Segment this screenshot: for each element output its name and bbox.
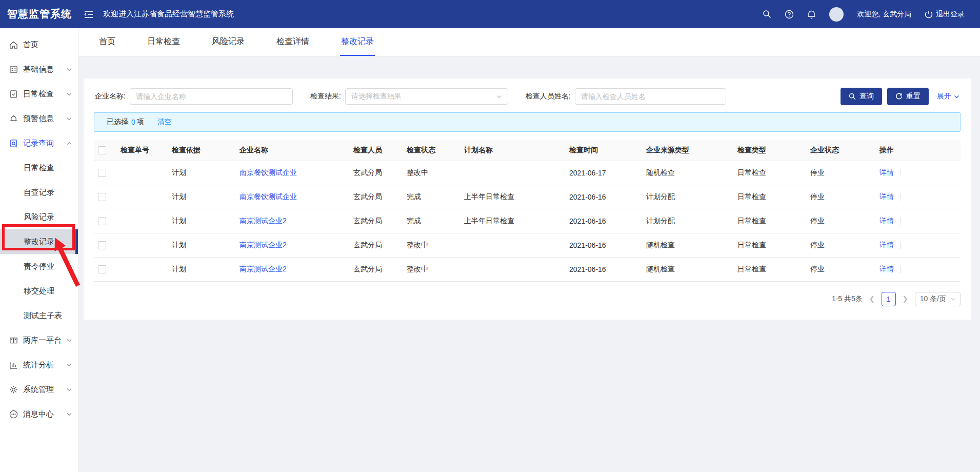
row-checkbox[interactable] bbox=[98, 241, 106, 249]
cell-basis: 计划 bbox=[168, 257, 235, 281]
company-link[interactable]: 南京餐饮测试企业 bbox=[239, 168, 297, 176]
cell-inspector: 玄武分局 bbox=[349, 233, 403, 257]
row-checkbox[interactable] bbox=[98, 169, 106, 177]
col-time: 检查时间 bbox=[565, 140, 642, 161]
sidebar-subitem-order-close[interactable]: 责令停业 bbox=[0, 254, 78, 279]
sidebar-subitem-daily-check[interactable]: 日常检查 bbox=[0, 155, 78, 180]
search-button[interactable]: 查询 bbox=[841, 88, 882, 105]
help-icon[interactable] bbox=[785, 10, 794, 19]
sidebar-item-home[interactable]: 首页 bbox=[0, 32, 78, 57]
cell-basis: 计划 bbox=[168, 209, 235, 233]
cell-company-status: 停业 bbox=[806, 161, 875, 185]
tab-home[interactable]: 首页 bbox=[98, 29, 116, 56]
company-link[interactable]: 南京测试企业2 bbox=[239, 217, 287, 225]
cell-inspector: 玄武分局 bbox=[349, 209, 403, 233]
expand-link[interactable]: 展开 bbox=[937, 92, 959, 101]
record-query-icon bbox=[9, 139, 18, 148]
sidebar-item-statistics[interactable]: 统计分析 bbox=[0, 352, 78, 377]
col-type: 检查类型 bbox=[733, 140, 806, 161]
chevron-down-icon bbox=[67, 68, 72, 71]
sidebar-item-system-manage[interactable]: 系统管理 bbox=[0, 377, 78, 402]
tab-daily-check[interactable]: 日常检查 bbox=[146, 29, 181, 56]
reset-icon bbox=[895, 93, 903, 100]
cell-status: 完成 bbox=[403, 209, 460, 233]
topbar: 智慧监管系统 欢迎进入江苏省食品经营智慧监管系统 欢迎您, bbox=[0, 0, 980, 28]
records-table: 检查单号 检查依据 企业名称 检查人员 检查状态 计划名称 检查时间 企业来源类… bbox=[94, 140, 961, 282]
sidebar-subitem-test-master-table[interactable]: 测试主子表 bbox=[0, 303, 78, 328]
daily-check-icon bbox=[9, 90, 18, 99]
detail-link[interactable]: 详情 bbox=[879, 241, 894, 249]
avatar[interactable] bbox=[829, 7, 844, 22]
sidebar-item-label: 系统管理 bbox=[23, 385, 54, 395]
logout-button[interactable]: 退出登录 bbox=[925, 10, 965, 19]
check-result-label: 检查结果: bbox=[310, 92, 341, 101]
row-checkbox[interactable] bbox=[98, 217, 106, 225]
col-source: 企业来源类型 bbox=[642, 140, 733, 161]
tab-rectify-record[interactable]: 整改记录 bbox=[340, 29, 375, 56]
search-icon bbox=[849, 93, 856, 100]
cell-status: 整改中 bbox=[403, 161, 460, 185]
content-card: 企业名称: 检查结果: 请选择检查结果 检查人员姓名: bbox=[84, 78, 971, 320]
selection-alert-bar: 已选择 0 项 清空 bbox=[94, 112, 961, 132]
tab-risk-record[interactable]: 风险记录 bbox=[211, 29, 246, 56]
cell-plan: 上半年日常检查 bbox=[460, 185, 565, 209]
select-all-checkbox[interactable] bbox=[98, 146, 106, 154]
cell-time: 2021-06-16 bbox=[565, 209, 642, 233]
detail-link[interactable]: 详情 bbox=[879, 265, 894, 273]
cell-basis: 计划 bbox=[168, 233, 235, 257]
sidebar-subitem-label: 整改记录 bbox=[24, 237, 54, 247]
sidebar-subitem-risk-record[interactable]: 风险记录 bbox=[0, 205, 78, 229]
col-status: 检查状态 bbox=[403, 140, 460, 161]
chevron-down-icon bbox=[67, 92, 72, 96]
company-link[interactable]: 南京测试企业2 bbox=[239, 241, 287, 249]
user-greeting: 欢迎您, 玄武分局 bbox=[857, 10, 911, 19]
cell-type: 日常检查 bbox=[733, 161, 806, 185]
search-icon[interactable] bbox=[763, 10, 771, 18]
main-area: 首页 日常检查 风险记录 检查详情 整改记录 企业名称: 检查结果: 请选择检查… bbox=[78, 28, 980, 472]
prev-page-icon[interactable]: ❮ bbox=[868, 295, 876, 303]
sidebar-item-daily-check[interactable]: 日常检查 bbox=[0, 82, 78, 106]
sidebar-subitem-self-check-record[interactable]: 自查记录 bbox=[0, 180, 78, 205]
inspector-name-input[interactable] bbox=[575, 88, 726, 105]
tab-check-detail[interactable]: 检查详情 bbox=[275, 29, 310, 56]
row-checkbox[interactable] bbox=[98, 265, 106, 273]
sidebar-item-label: 两库一平台 bbox=[23, 336, 62, 345]
cell-source: 随机检查 bbox=[642, 233, 733, 257]
sidebar-item-message-center[interactable]: 消息中心 bbox=[0, 402, 78, 426]
sidebar-item-record-query[interactable]: 记录查询 bbox=[0, 131, 78, 155]
col-plan: 计划名称 bbox=[460, 140, 565, 161]
detail-link[interactable]: 详情 bbox=[879, 217, 894, 225]
clear-selection-link[interactable]: 清空 bbox=[157, 117, 172, 127]
cell-company-status: 停业 bbox=[806, 233, 875, 257]
detail-link[interactable]: 详情 bbox=[879, 168, 894, 176]
check-result-select[interactable]: 请选择检查结果 bbox=[345, 88, 508, 105]
page-number[interactable]: 1 bbox=[882, 292, 896, 306]
statistics-icon bbox=[9, 361, 18, 369]
cell-status: 完成 bbox=[403, 185, 460, 209]
pagination: 1-5 共5条 ❮ 1 ❯ 10 条/页 bbox=[94, 292, 961, 306]
col-check-no: 检查单号 bbox=[116, 140, 168, 161]
next-page-icon[interactable]: ❯ bbox=[901, 295, 910, 303]
reset-button[interactable]: 重置 bbox=[887, 88, 929, 105]
company-link[interactable]: 南京餐饮测试企业 bbox=[239, 192, 297, 201]
chevron-down-icon bbox=[67, 117, 72, 121]
action-divider bbox=[900, 242, 901, 249]
sidebar-item-label: 基础信息 bbox=[23, 65, 54, 74]
sidebar-subitem-rectify-record[interactable]: 整改记录 bbox=[0, 229, 78, 254]
sidebar-subitem-label: 日常检查 bbox=[24, 163, 54, 173]
page-size-select[interactable]: 10 条/页 bbox=[915, 292, 961, 306]
row-checkbox[interactable] bbox=[98, 193, 106, 201]
menu-fold-icon[interactable] bbox=[78, 10, 99, 18]
gear-icon bbox=[9, 385, 18, 394]
cell-source: 计划分配 bbox=[642, 185, 733, 209]
sidebar-subitem-transfer-handle[interactable]: 移交处理 bbox=[0, 279, 78, 303]
company-name-input[interactable] bbox=[130, 88, 293, 105]
cell-inspector: 玄武分局 bbox=[349, 161, 403, 185]
sidebar-subitem-label: 移交处理 bbox=[24, 286, 54, 296]
company-link[interactable]: 南京测试企业2 bbox=[239, 265, 287, 273]
sidebar-item-warning-info[interactable]: 预警信息 bbox=[0, 106, 78, 131]
sidebar-item-two-library[interactable]: 两库一平台 bbox=[0, 328, 78, 352]
detail-link[interactable]: 详情 bbox=[879, 192, 894, 201]
bell-icon[interactable] bbox=[807, 10, 816, 19]
sidebar-item-basic-info[interactable]: 基础信息 bbox=[0, 57, 78, 82]
